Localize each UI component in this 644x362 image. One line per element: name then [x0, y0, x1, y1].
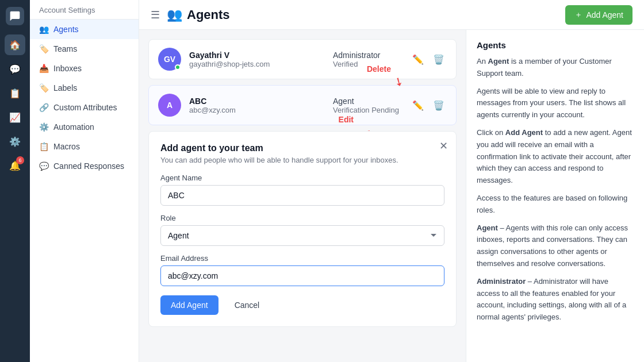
agent-info-gayathri: Gayathri V gayathri@shop-jets.com: [189, 51, 325, 68]
info-panel: Agents An Agent is a member of your Cust…: [466, 30, 644, 362]
sidebar-macros-label: Macros: [53, 142, 80, 151]
avatar-gayathri: GV: [158, 48, 181, 71]
sidebar-item-teams[interactable]: 🏷️ Teams: [30, 39, 139, 59]
role-label: Role: [160, 214, 444, 222]
agent-info-abc: ABC abc@xzy.com: [189, 97, 325, 114]
edit-agent-abc[interactable]: ✏️: [410, 97, 426, 113]
nav-contacts-icon[interactable]: 📋: [5, 83, 25, 103]
add-agent-button[interactable]: ＋ Add Agent: [565, 5, 632, 25]
icon-bar: 🏠 💬 📋 📈 ⚙️ 🔔 6: [0, 0, 30, 362]
sidebar-item-agents[interactable]: 👥 Agents: [30, 20, 139, 39]
sidebar-labels-label: Labels: [53, 83, 77, 93]
email-input[interactable]: [160, 265, 444, 286]
add-agent-form: ✕ Add agent to your team You can add peo…: [148, 131, 457, 327]
delete-agent-gayathri[interactable]: 🗑️: [431, 51, 447, 67]
info-para-5: Agent – Agents with this role can only a…: [477, 222, 634, 270]
labels-icon: 🏷️: [39, 83, 49, 93]
agent-actions-gayathri: ✏️ 🗑️: [410, 51, 447, 67]
sidebar-item-labels[interactable]: 🏷️ Labels: [30, 78, 139, 98]
sidebar-automation-label: Automation: [53, 122, 94, 132]
agent-card-abc: A ABC abc@xzy.com Agent Verification Pen…: [148, 85, 457, 125]
avatar-abc: A: [158, 94, 181, 117]
info-para-6: Administrator – Administrator will have …: [477, 276, 634, 324]
agent-role-abc: Agent Verification Pending: [333, 97, 402, 114]
agent-name-input[interactable]: [160, 185, 444, 206]
topbar: ☰ 👥 Agents ＋ Add Agent: [139, 0, 644, 30]
role-group: Role Agent Administrator: [160, 214, 444, 246]
info-para-3: Click on Add Agent to add a new agent. A…: [477, 127, 634, 187]
role-status-gayathri: Verified: [333, 60, 402, 68]
sidebar-header: Account Settings: [30, 0, 139, 20]
agent-name-label: Agent Name: [160, 174, 444, 182]
info-para-2: Agents will be able to view and reply to…: [477, 86, 634, 121]
inboxes-icon: 📥: [39, 64, 49, 73]
sidebar-item-macros[interactable]: 📋 Macros: [30, 137, 139, 156]
agent-role-gayathri: Administrator Verified: [333, 51, 402, 68]
role-label-abc: Agent: [333, 97, 402, 106]
agent-actions-abc: ✏️ 🗑️: [410, 97, 447, 113]
agent-name-gayathri: Gayathri V: [189, 51, 325, 60]
agent-card-gayathri: GV Gayathri V gayathri@shop-jets.com Adm…: [148, 39, 457, 79]
agent-name-abc: ABC: [189, 97, 325, 106]
form-subtitle: You can add people who will be able to h…: [160, 156, 444, 164]
form-actions: Add Agent Cancel: [160, 295, 444, 315]
sidebar-teams-label: Teams: [53, 44, 77, 53]
role-label-gayathri: Administrator: [333, 51, 402, 60]
content-area: GV Gayathri V gayathri@shop-jets.com Adm…: [139, 30, 644, 362]
hamburger-icon[interactable]: ☰: [151, 9, 160, 21]
form-close-button[interactable]: ✕: [439, 140, 448, 152]
sidebar-canned-responses-label: Canned Responses: [53, 161, 124, 171]
custom-attributes-icon: 🔗: [39, 103, 49, 112]
agent-list-area: GV Gayathri V gayathri@shop-jets.com Adm…: [139, 30, 466, 362]
sidebar-item-inboxes[interactable]: 📥 Inboxes: [30, 59, 139, 78]
sidebar: Account Settings 👥 Agents 🏷️ Teams 📥 Inb…: [30, 0, 139, 362]
sidebar-custom-attributes-label: Custom Attributes: [53, 103, 117, 112]
logo[interactable]: [6, 7, 24, 25]
nav-home-icon[interactable]: 🏠: [5, 34, 25, 55]
page-title: 👥 Agents: [167, 7, 230, 22]
canned-responses-icon: 💬: [39, 161, 49, 171]
info-para-1: An Agent is a member of your Customer Su…: [477, 56, 634, 80]
teams-icon: 🏷️: [39, 44, 49, 53]
email-group: Email Address: [160, 254, 444, 286]
topbar-left: ☰ 👥 Agents: [151, 7, 230, 22]
notification-count: 6: [16, 156, 24, 164]
sidebar-item-custom-attributes[interactable]: 🔗 Custom Attributes: [30, 98, 139, 117]
delete-agent-abc[interactable]: 🗑️: [431, 97, 447, 113]
sidebar-inboxes-label: Inboxes: [53, 64, 82, 73]
sidebar-item-automation[interactable]: ⚙️ Automation: [30, 117, 139, 137]
nav-notification-icon[interactable]: 🔔 6: [5, 155, 25, 176]
automation-icon: ⚙️: [39, 122, 49, 132]
agent-name-group: Agent Name: [160, 174, 444, 206]
nav-chat-icon[interactable]: 💬: [5, 59, 25, 79]
role-status-abc: Verification Pending: [333, 106, 402, 114]
nav-settings-icon[interactable]: ⚙️: [5, 131, 25, 152]
edit-agent-gayathri[interactable]: ✏️: [410, 51, 426, 67]
add-icon: ＋: [574, 10, 582, 20]
sidebar-item-canned-responses[interactable]: 💬 Canned Responses: [30, 156, 139, 176]
role-select[interactable]: Agent Administrator: [160, 225, 444, 246]
agent-email-gayathri: gayathri@shop-jets.com: [189, 60, 325, 68]
sidebar-agents-label: Agents: [53, 25, 79, 34]
info-para-4: Access to the features are based on foll…: [477, 192, 634, 217]
email-label: Email Address: [160, 254, 444, 263]
main: ☰ 👥 Agents ＋ Add Agent GV Gayathri V ga: [139, 0, 644, 362]
info-panel-title: Agents: [477, 40, 634, 50]
nav-reports-icon[interactable]: 📈: [5, 107, 25, 128]
form-title: Add agent to your team: [160, 143, 444, 153]
form-add-agent-button[interactable]: Add Agent: [160, 295, 218, 315]
online-indicator: [175, 64, 181, 70]
agent-email-abc: abc@xzy.com: [189, 106, 325, 114]
macros-icon: 📋: [39, 142, 49, 151]
agents-title-icon: 👥: [167, 7, 182, 22]
agents-icon: 👥: [39, 25, 49, 34]
form-cancel-button[interactable]: Cancel: [224, 295, 270, 315]
